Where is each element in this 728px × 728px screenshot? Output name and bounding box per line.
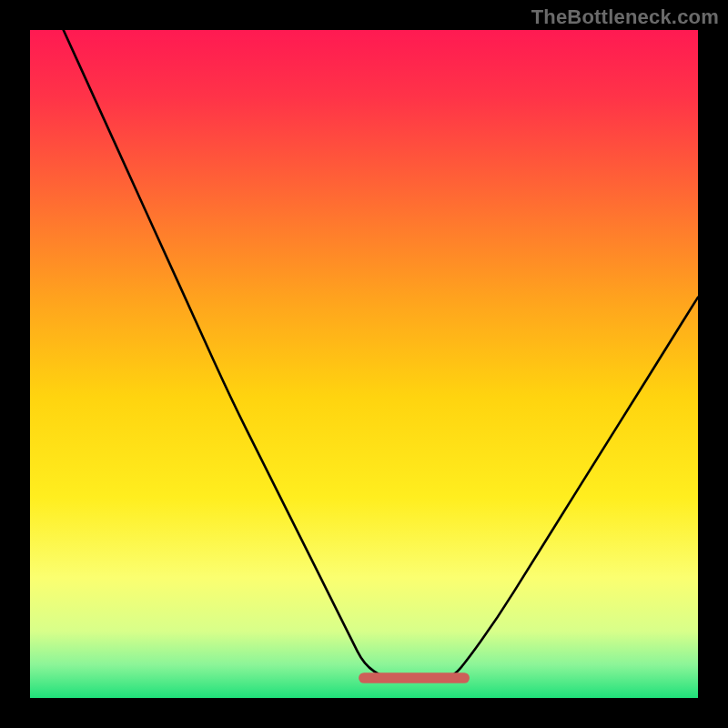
chart-frame: TheBottleneck.com bbox=[0, 0, 728, 728]
watermark-text: TheBottleneck.com bbox=[531, 5, 719, 29]
bottleneck-curve bbox=[30, 30, 698, 698]
plot-area bbox=[30, 30, 698, 698]
